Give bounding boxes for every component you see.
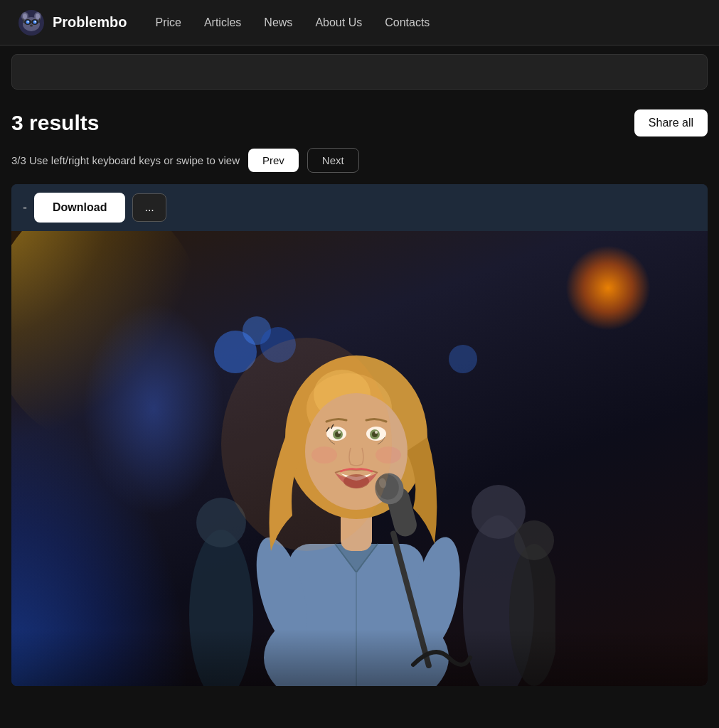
- svg-point-10: [28, 21, 29, 22]
- svg-point-49: [221, 338, 392, 551]
- nav-contacts[interactable]: Contacts: [385, 16, 430, 28]
- nav-links: Price Articles News About Us Contacts: [155, 16, 430, 29]
- nav-news[interactable]: News: [264, 16, 292, 28]
- nav-row: 3/3 Use left/right keyboard keys or swip…: [11, 148, 708, 173]
- brand[interactable]: Problembo: [17, 9, 127, 37]
- svg-point-48: [449, 345, 477, 373]
- svg-point-11: [35, 21, 36, 22]
- bottom-fade: [11, 629, 708, 686]
- image-card-toolbar: - Download ...: [11, 184, 708, 231]
- image-display: [11, 231, 708, 686]
- prev-button[interactable]: Prev: [248, 149, 299, 172]
- main-content: 3 results Share all 3/3 Use left/right k…: [0, 98, 719, 686]
- svg-point-5: [36, 14, 40, 19]
- nav-price[interactable]: Price: [155, 16, 181, 28]
- results-title: 3 results: [11, 111, 99, 135]
- toolbar-dash[interactable]: -: [23, 200, 27, 215]
- image-card: - Download ...: [11, 184, 708, 686]
- nav-hint: 3/3 Use left/right keyboard keys or swip…: [11, 154, 240, 166]
- search-bar-area: [0, 46, 719, 98]
- logo-icon: [17, 9, 46, 37]
- download-button[interactable]: Download: [34, 193, 125, 223]
- search-bar-placeholder[interactable]: [11, 54, 708, 90]
- concert-image: [11, 231, 708, 686]
- svg-point-18: [514, 520, 554, 560]
- nav-about-us[interactable]: About Us: [315, 16, 362, 28]
- navbar: Problembo Price Articles News About Us C…: [0, 0, 719, 46]
- brand-name: Problembo: [53, 14, 127, 31]
- nav-articles[interactable]: Articles: [204, 16, 241, 28]
- more-options-button[interactable]: ...: [132, 193, 166, 222]
- stage-light-orange: [565, 245, 651, 331]
- results-header: 3 results Share all: [11, 109, 708, 136]
- svg-point-4: [23, 14, 27, 19]
- next-button[interactable]: Next: [307, 148, 359, 173]
- svg-point-12: [30, 24, 33, 26]
- share-all-button[interactable]: Share all: [634, 109, 708, 136]
- singer-svg: [164, 245, 555, 686]
